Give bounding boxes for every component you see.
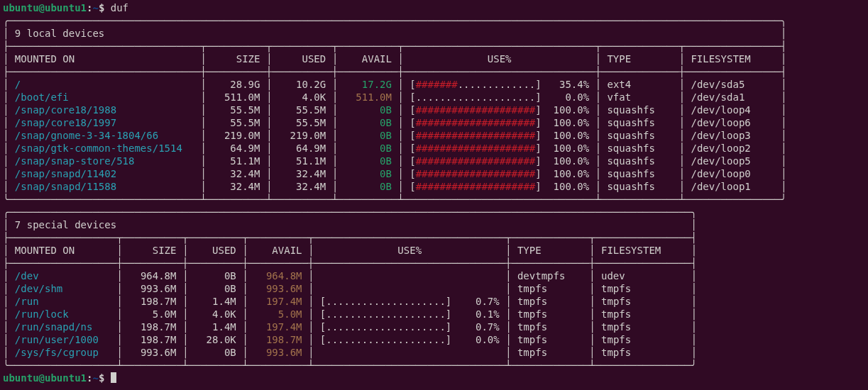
mount-path: /run/user/1000 xyxy=(9,334,116,345)
table-border: │ xyxy=(679,104,685,116)
column-header: MOUNTED ON xyxy=(9,53,200,65)
type-value: tmpfs xyxy=(512,283,590,294)
table-title: 7 special devices xyxy=(9,219,691,230)
table-border: │ xyxy=(397,104,403,116)
use-bar: [####################] 100.0% xyxy=(404,155,595,167)
avail-value: 0B xyxy=(338,155,397,167)
table-border: │ xyxy=(595,53,601,65)
table-border: │ xyxy=(679,143,685,154)
use-bar: [....................] 0.1% xyxy=(314,308,505,320)
used-value: 0B xyxy=(188,270,242,282)
avail-value: 511.0M xyxy=(338,91,397,103)
table-border: │ xyxy=(397,168,403,179)
table-border: │ xyxy=(116,347,122,358)
use-bar: [####################] 100.0% xyxy=(404,143,595,154)
prompt-symbol: $ xyxy=(99,372,111,384)
table-border: │ xyxy=(505,245,511,256)
avail-value: 0B xyxy=(338,168,397,179)
prompt-line-2[interactable]: ubuntu@ubuntu1:~$ xyxy=(3,372,865,384)
table-border: │ xyxy=(332,117,338,128)
fs-value: tmpfs xyxy=(595,308,691,320)
avail-value: 5.0M xyxy=(248,308,308,320)
table-border: │ xyxy=(332,91,338,103)
use-bar: [####################] 100.0% xyxy=(404,181,595,192)
column-header: TYPE xyxy=(601,53,679,65)
use-bar xyxy=(314,347,505,358)
terminal[interactable]: ubuntu@ubuntu1:~$ duf╭──────────────────… xyxy=(0,0,868,384)
table-border: │ xyxy=(505,296,511,307)
table-border: ╰──────────────────┴──────────┴─────────… xyxy=(3,360,697,371)
table-border: │ xyxy=(332,143,338,154)
table-border: │ xyxy=(242,270,248,282)
type-value: squashfs xyxy=(601,130,679,141)
type-value: tmpfs xyxy=(512,334,590,345)
table-border: │ xyxy=(200,155,206,167)
table-border: │ xyxy=(679,117,685,128)
use-bar: [....................] 0.0% xyxy=(314,334,505,345)
table-border: │ xyxy=(332,130,338,141)
table-border: │ xyxy=(691,283,696,294)
fs-value: tmpfs xyxy=(595,283,691,294)
cursor xyxy=(111,372,116,383)
used-value: 32.4M xyxy=(272,181,331,192)
table-border: │ xyxy=(589,334,595,345)
table-border: │ xyxy=(781,168,786,179)
table-border: │ xyxy=(397,130,403,141)
table-border: │ xyxy=(200,130,206,141)
table-border: │ xyxy=(505,283,511,294)
column-header: AVAIL xyxy=(338,53,397,65)
avail-value: 0B xyxy=(338,181,397,192)
use-bar: [####################] 100.0% xyxy=(404,117,595,128)
mount-path: /snap/gtk-common-themes/1514 xyxy=(9,143,200,154)
table-border: │ xyxy=(332,53,338,65)
table-border: │ xyxy=(116,270,122,282)
column-header: SIZE xyxy=(207,53,266,65)
used-value: 0B xyxy=(188,283,242,294)
used-value: 32.4M xyxy=(272,168,331,179)
prompt-line: ubuntu@ubuntu1:~$ duf xyxy=(3,1,865,14)
use-bar: [####################] 100.0% xyxy=(404,104,595,116)
type-value: tmpfs xyxy=(512,347,590,358)
size-value: 198.7M xyxy=(123,321,182,333)
fs-value: tmpfs xyxy=(595,296,691,307)
table-border: │ xyxy=(781,155,786,167)
used-value: 28.0K xyxy=(188,334,242,345)
table-border: │ xyxy=(200,53,206,65)
table-border: │ xyxy=(200,143,206,154)
used-value: 55.5M xyxy=(272,104,331,116)
use-bar xyxy=(314,270,505,282)
table-border: ╰────────────────────────────────┴──────… xyxy=(3,194,786,205)
table-border: │ xyxy=(781,79,786,90)
table-border: │ xyxy=(116,245,122,256)
table-border: │ xyxy=(242,321,248,333)
table-border: │ xyxy=(691,308,696,320)
size-value: 198.7M xyxy=(123,296,182,307)
table-border: │ xyxy=(116,296,122,307)
table-border: │ xyxy=(242,334,248,345)
column-header: USE% xyxy=(314,245,505,256)
use-bar: [....................] 0.7% xyxy=(314,321,505,333)
table-border: │ xyxy=(505,308,511,320)
table-border: │ xyxy=(595,130,601,141)
size-value: 964.8M xyxy=(123,270,182,282)
table-border: │ xyxy=(595,104,601,116)
mount-path: /snap/gnome-3-34-1804/66 xyxy=(9,130,200,141)
prompt-path: ~ xyxy=(92,2,98,13)
used-value: 64.9M xyxy=(272,143,331,154)
table-border: │ xyxy=(505,347,511,358)
mount-path: /snap/snapd/11588 xyxy=(9,181,200,192)
table-border: │ xyxy=(589,270,595,282)
table-border: │ xyxy=(397,91,403,103)
table-border: │ xyxy=(242,245,248,256)
used-value: 1.4M xyxy=(188,321,242,333)
avail-value: 17.2G xyxy=(338,79,397,90)
prompt-userhost: ubuntu@ubuntu1 xyxy=(3,2,87,13)
table-border: ├────────────────────────────────┼──────… xyxy=(3,66,786,77)
table-border: │ xyxy=(691,347,696,358)
use-bar: [####################] 100.0% xyxy=(404,168,595,179)
table-border: │ xyxy=(242,347,248,358)
used-value: 4.0K xyxy=(188,308,242,320)
type-value: squashfs xyxy=(601,155,679,167)
table-border: │ xyxy=(397,181,403,192)
table-border: │ xyxy=(781,130,786,141)
